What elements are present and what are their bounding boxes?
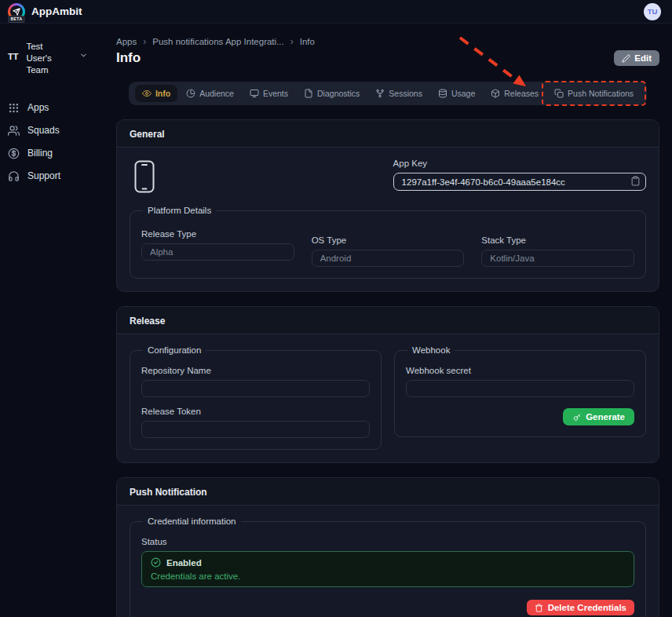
repository-name-label: Repository Name	[141, 366, 370, 375]
credential-information-legend: Credential information	[143, 517, 241, 526]
tab-events[interactable]: Events	[243, 85, 295, 102]
generate-button-label: Generate	[586, 412, 625, 422]
tab-label: Sessions	[389, 89, 422, 98]
database-icon	[438, 89, 447, 98]
team-selector[interactable]: TT Test User's Team	[0, 41, 116, 76]
eye-icon	[142, 89, 152, 98]
general-card-header: General	[117, 120, 659, 148]
tab-info[interactable]: Info	[135, 85, 177, 102]
webhook-legend: Webhook	[407, 345, 455, 355]
pie-chart-icon	[186, 89, 195, 98]
app-key-label: App Key	[393, 159, 646, 168]
tab-audience[interactable]: Audience	[179, 85, 241, 102]
sidebar-item-label: Squads	[27, 125, 60, 136]
breadcrumb-apps[interactable]: Apps	[116, 37, 137, 46]
webhook-secret-label: Webhook secret	[406, 366, 634, 375]
sidebar: TT Test User's Team Apps	[0, 24, 116, 617]
general-title: General	[130, 129, 165, 140]
sidebar-item-label: Support	[27, 170, 60, 181]
grid-icon	[8, 102, 20, 114]
main-content: Apps › Push notifications App Integrati.…	[116, 24, 672, 617]
push-notification-card-header: Push Notification	[117, 478, 659, 506]
beta-badge: BETA	[8, 16, 24, 23]
tab-push-notifications[interactable]: Push Notifications	[547, 85, 641, 102]
tab-label: Diagnostics	[317, 89, 360, 98]
notification-squares-icon	[554, 89, 564, 98]
sidebar-item-label: Billing	[27, 148, 53, 159]
appambit-logo-icon: BETA	[8, 3, 25, 20]
page-title: Info	[116, 50, 141, 66]
phone-icon	[134, 160, 155, 193]
breadcrumb-separator: ›	[290, 36, 294, 47]
tab-label: Push Notifications	[568, 89, 634, 98]
platform-details-fieldset: Platform Details Release Type OS Type St…	[130, 206, 646, 279]
sidebar-item-billing[interactable]: Billing	[0, 142, 116, 165]
stack-type-input[interactable]	[481, 250, 634, 267]
sidebar-item-support[interactable]: Support	[0, 165, 116, 188]
headset-icon	[8, 170, 20, 182]
status-value: Enabled	[166, 558, 202, 568]
general-card: General App Key	[116, 119, 659, 292]
status-box: Enabled Credentials are active.	[141, 551, 634, 587]
os-type-input[interactable]	[312, 250, 465, 267]
breadcrumb-app[interactable]: Push notifications App Integrati...	[152, 37, 284, 46]
chevron-down-icon	[79, 41, 88, 60]
configuration-fieldset: Configuration Repository Name Release To…	[130, 345, 382, 450]
tab-label: Events	[263, 89, 288, 98]
edit-button-label: Edit	[634, 53, 652, 63]
delete-credentials-label: Delete Credentials	[548, 603, 626, 612]
release-token-input[interactable]	[141, 421, 370, 438]
delete-credentials-button[interactable]: Delete Credentials	[527, 600, 634, 615]
status-detail: Credentials are active.	[151, 571, 625, 581]
release-title: Release	[130, 316, 165, 327]
status-label: Status	[141, 537, 634, 546]
brand[interactable]: BETA AppAmbit	[8, 3, 82, 20]
users-icon	[8, 125, 20, 137]
app-key-input[interactable]	[393, 173, 646, 191]
dollar-circle-icon	[8, 148, 20, 159]
release-type-input[interactable]	[141, 243, 294, 261]
pencil-icon	[622, 54, 630, 63]
configuration-legend: Configuration	[143, 345, 206, 355]
release-type-label: Release Type	[141, 229, 294, 239]
generate-button[interactable]: Generate	[563, 408, 634, 425]
breadcrumb-info[interactable]: Info	[300, 37, 315, 46]
tab-sessions[interactable]: Sessions	[368, 85, 429, 102]
repository-name-input[interactable]	[141, 380, 370, 397]
sidebar-item-apps[interactable]: Apps	[0, 97, 116, 119]
tab-usage[interactable]: Usage	[431, 85, 482, 102]
team-initials: TT	[8, 41, 18, 61]
network-icon	[375, 89, 385, 98]
team-name: Test User's Team	[26, 41, 67, 76]
send-icon	[13, 8, 20, 16]
brand-name: AppAmbit	[31, 5, 82, 17]
sidebar-item-squads[interactable]: Squads	[0, 119, 116, 142]
tab-releases[interactable]: Releases	[484, 85, 546, 102]
trash-icon	[535, 604, 543, 612]
breadcrumb-separator: ›	[143, 36, 146, 47]
clipboard-icon	[630, 176, 641, 186]
edit-button[interactable]: Edit	[614, 50, 659, 66]
topbar: BETA AppAmbit TU	[0, 0, 672, 24]
webhook-secret-input[interactable]	[406, 380, 634, 397]
tab-diagnostics[interactable]: Diagnostics	[297, 85, 367, 102]
monitor-icon	[250, 89, 259, 98]
copy-app-key-button[interactable]	[630, 176, 641, 186]
tab-label: Usage	[451, 89, 475, 98]
sidebar-item-label: Apps	[27, 102, 49, 113]
check-circle-icon	[151, 557, 161, 568]
release-card-header: Release	[117, 307, 659, 334]
tab-label: Releases	[504, 89, 539, 98]
platform-details-legend: Platform Details	[143, 206, 216, 215]
key-icon	[572, 413, 581, 422]
stack-type-label: Stack Type	[481, 235, 634, 245]
release-token-label: Release Token	[141, 407, 370, 416]
package-icon	[491, 89, 500, 98]
file-icon	[304, 89, 313, 98]
sidebar-nav: Apps Squads Billing	[0, 97, 116, 188]
push-notification-title: Push Notification	[130, 487, 207, 498]
release-card: Release Configuration Repository Name Re…	[116, 306, 659, 463]
user-avatar[interactable]: TU	[644, 3, 661, 20]
credential-information-fieldset: Credential information Status Enabled Cr…	[130, 517, 646, 617]
push-notification-card: Push Notification Credential information…	[116, 477, 659, 617]
